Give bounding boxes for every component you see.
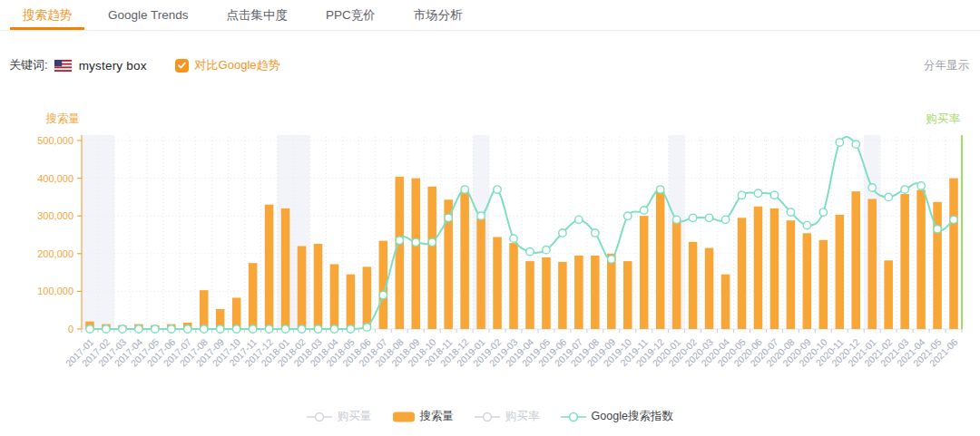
keyword-value: mystery box	[79, 59, 147, 73]
legend-item-purchase-volume[interactable]: 购买量	[307, 409, 372, 424]
y-axis-tick-labels: 0100,000200,000300,000400,000500,000	[37, 135, 74, 334]
legend-line-icon	[307, 412, 332, 422]
legend-item-google-index[interactable]: Google搜索指数	[561, 409, 673, 424]
svg-text:400,000: 400,000	[37, 173, 74, 184]
compare-google-checkbox[interactable]	[175, 59, 189, 73]
legend-bar-icon	[393, 412, 415, 422]
svg-text:200,000: 200,000	[37, 248, 74, 259]
tab-ppc-bidding[interactable]: PPC竞价	[326, 0, 376, 30]
trend-chart-container: 0100,000200,000300,000400,000500,000搜索量购…	[0, 95, 980, 436]
compare-google-toggle[interactable]: 对比Google趋势	[175, 57, 280, 73]
legend-label: 搜索量	[420, 409, 455, 424]
legend-label: 购买量	[338, 409, 372, 424]
legend-line-icon	[561, 412, 586, 422]
left-axis-title: 搜索量	[46, 112, 81, 125]
svg-text:300,000: 300,000	[37, 210, 74, 221]
legend-label: Google搜索指数	[592, 409, 673, 424]
us-flag-icon	[54, 60, 72, 72]
keyword-label: 关键词:	[9, 57, 48, 73]
tab-market-analysis[interactable]: 市场分析	[414, 0, 463, 30]
y-axis-tick-marks	[77, 140, 82, 329]
check-icon	[177, 61, 187, 70]
search-trend-page: 搜索趋势 Google Trends 点击集中度 PPC竞价 市场分析 关键词:…	[0, 0, 980, 436]
legend-item-search-volume[interactable]: 搜索量	[393, 409, 455, 424]
svg-text:500,000: 500,000	[37, 135, 74, 146]
tab-bar: 搜索趋势 Google Trends 点击集中度 PPC竞价 市场分析	[0, 0, 980, 31]
gridlines	[82, 137, 962, 329]
tab-search-trend[interactable]: 搜索趋势	[10, 0, 84, 30]
chart-legend: 购买量 搜索量 购买率 Google搜索指数	[0, 409, 980, 424]
svg-text:100,000: 100,000	[37, 286, 74, 296]
right-axis-title: 购买率	[926, 112, 961, 125]
filter-row: 关键词: mystery box 对比Google趋势 分年显示	[9, 52, 969, 79]
year-display-toggle[interactable]: 分年显示	[924, 58, 969, 73]
tab-click-concentration[interactable]: 点击集中度	[227, 0, 289, 30]
svg-text:0: 0	[68, 324, 74, 334]
legend-line-icon	[475, 412, 500, 422]
legend-item-purchase-rate[interactable]: 购买率	[475, 409, 540, 424]
legend-label: 购买率	[505, 409, 540, 424]
tab-google-trends[interactable]: Google Trends	[108, 0, 189, 30]
x-axis-labels: 2017-012017-022017-032017-042017-052017-…	[64, 336, 960, 369]
trend-chart[interactable]: 0100,000200,000300,000400,000500,000搜索量购…	[0, 95, 980, 436]
compare-google-label: 对比Google趋势	[195, 57, 280, 73]
